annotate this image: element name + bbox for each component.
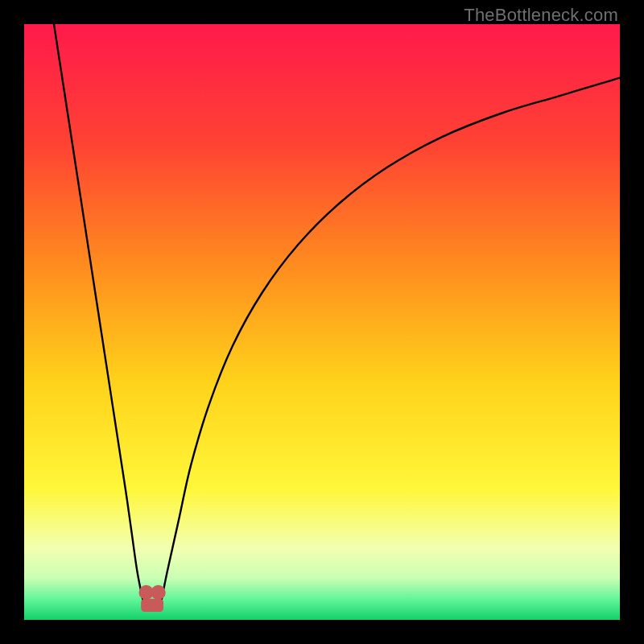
- valley-marker-base: [141, 599, 163, 612]
- bottleneck-chart: [24, 24, 620, 620]
- watermark-text: TheBottleneck.com: [464, 5, 618, 26]
- gradient-background: [24, 24, 620, 620]
- chart-frame: [24, 24, 620, 620]
- valley-marker-lobe: [151, 585, 165, 600]
